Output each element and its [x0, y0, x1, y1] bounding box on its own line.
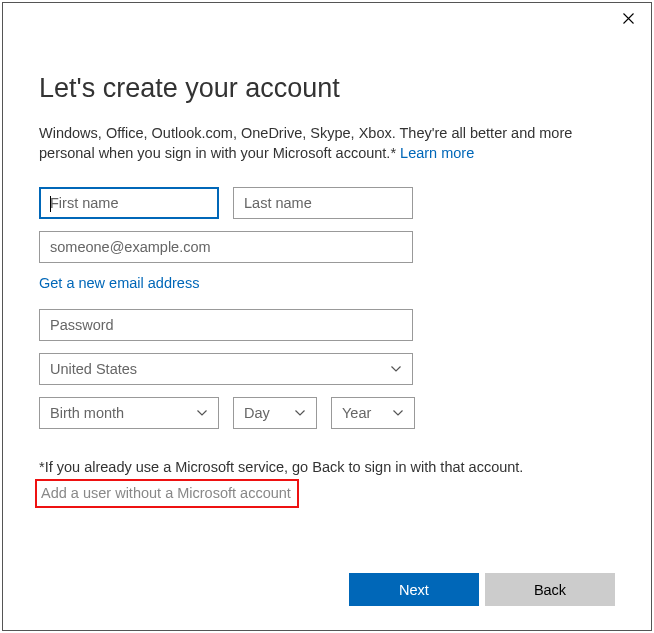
- back-button[interactable]: Back: [485, 573, 615, 606]
- country-value: United States: [50, 361, 137, 377]
- birth-day-select[interactable]: Day: [233, 397, 317, 429]
- birth-year-select[interactable]: Year: [331, 397, 415, 429]
- create-account-dialog: Let's create your account Windows, Offic…: [2, 2, 652, 631]
- first-name-field[interactable]: First name: [39, 187, 219, 219]
- close-button[interactable]: [606, 3, 651, 33]
- chevron-down-icon: [294, 407, 306, 419]
- birth-day-value: Day: [244, 405, 270, 421]
- email-field[interactable]: someone@example.com: [39, 231, 413, 263]
- password-placeholder: Password: [50, 317, 114, 333]
- email-placeholder: someone@example.com: [50, 239, 211, 255]
- last-name-placeholder: Last name: [244, 195, 312, 211]
- next-button[interactable]: Next: [349, 573, 479, 606]
- get-new-email-link[interactable]: Get a new email address: [39, 275, 199, 291]
- chevron-down-icon: [390, 363, 402, 375]
- button-row: Next Back: [349, 573, 615, 606]
- country-select[interactable]: United States: [39, 353, 413, 385]
- page-title: Let's create your account: [39, 73, 615, 104]
- chevron-down-icon: [392, 407, 404, 419]
- description: Windows, Office, Outlook.com, OneDrive, …: [39, 124, 615, 163]
- birth-year-value: Year: [342, 405, 371, 421]
- highlight-box: Add a user without a Microsoft account: [35, 479, 299, 508]
- first-name-placeholder: First name: [50, 195, 119, 211]
- last-name-field[interactable]: Last name: [233, 187, 413, 219]
- footnote: *If you already use a Microsoft service,…: [39, 459, 615, 475]
- chevron-down-icon: [196, 407, 208, 419]
- birth-month-value: Birth month: [50, 405, 124, 421]
- password-field[interactable]: Password: [39, 309, 413, 341]
- description-text: Windows, Office, Outlook.com, OneDrive, …: [39, 125, 572, 161]
- add-user-without-ms-account-link[interactable]: Add a user without a Microsoft account: [41, 485, 291, 501]
- text-caret: [50, 196, 51, 212]
- birth-month-select[interactable]: Birth month: [39, 397, 219, 429]
- learn-more-link[interactable]: Learn more: [400, 145, 474, 161]
